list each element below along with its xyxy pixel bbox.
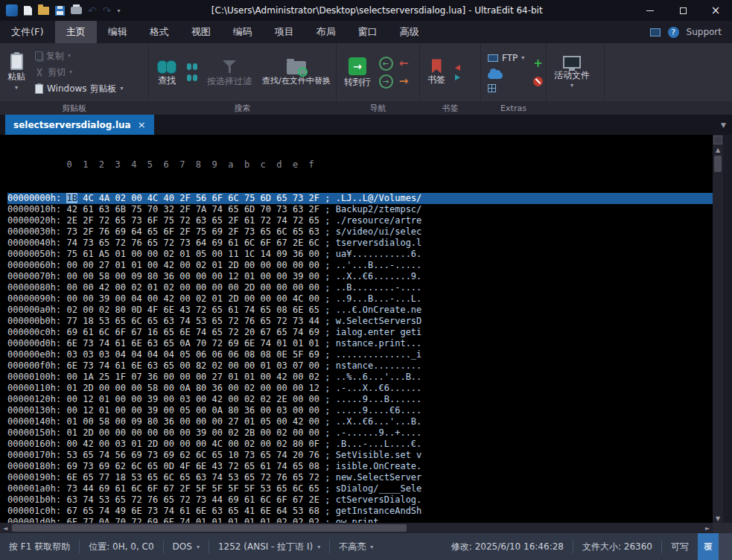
horizontal-scrollbar[interactable]: ◄ ► bbox=[0, 523, 732, 533]
hex-area[interactable]: 0 1 2 3 4 5 6 7 8 9 a b c d e f 00000000… bbox=[0, 135, 713, 523]
layout-icon[interactable] bbox=[650, 28, 661, 36]
sync-button[interactable] bbox=[485, 68, 527, 80]
horizontal-scroll-thumb[interactable] bbox=[12, 524, 407, 532]
menu-tab-9[interactable]: 高级 bbox=[389, 21, 430, 43]
hex-row[interactable]: 00000070h: 00 00 58 00 09 80 36 00 00 00… bbox=[7, 271, 713, 282]
hex-row[interactable]: 00000040h: 74 73 65 72 76 65 72 73 64 69… bbox=[7, 238, 713, 249]
horizontal-scroll-track[interactable] bbox=[10, 523, 702, 533]
hex-row[interactable]: 00000190h: 6E 65 77 18 53 65 6C 65 63 74… bbox=[7, 472, 713, 483]
nav-next-icon[interactable]: → bbox=[399, 76, 409, 87]
status-encoding[interactable]: 1252 (ANSI - 拉丁语 I)▾ bbox=[209, 541, 329, 553]
hex-row[interactable]: 00000010h: 42 61 63 6B 75 70 32 2F 7A 74… bbox=[7, 204, 713, 215]
print-icon[interactable] bbox=[71, 7, 82, 14]
hex-row[interactable]: 00000080h: 00 00 42 00 02 01 02 00 00 00… bbox=[7, 282, 713, 293]
hex-row[interactable]: 00000180h: 69 73 69 62 6C 65 0D 4F 6E 43… bbox=[7, 461, 713, 472]
find-prev-button[interactable] bbox=[184, 74, 200, 83]
status-position[interactable]: 位置: 0H, 0, C0 bbox=[80, 541, 162, 553]
find-button[interactable]: 查找 bbox=[153, 45, 181, 99]
menu-tab-6[interactable]: 项目 bbox=[264, 21, 305, 43]
vertical-scroll-thumb[interactable] bbox=[714, 156, 722, 172]
hex-row[interactable]: 00000130h: 00 12 01 00 00 39 00 05 00 0A… bbox=[7, 405, 713, 416]
vertical-scroll-track[interactable] bbox=[713, 154, 723, 514]
menu-tab-2[interactable]: 编辑 bbox=[97, 21, 139, 43]
hex-row[interactable]: 000000a0h: 02 00 02 80 0D 4F 6E 43 72 65… bbox=[7, 305, 713, 316]
hex-row[interactable]: 000001b0h: 63 74 53 65 72 76 65 72 73 44… bbox=[7, 494, 713, 506]
cut-button[interactable]: 剪切 ▾ bbox=[32, 66, 126, 80]
menu-bar: 文件(F)主页编辑格式视图编码项目布局窗口高级 ? Support bbox=[0, 21, 732, 43]
hex-row[interactable]: 00000090h: 00 00 39 00 04 00 42 00 02 01… bbox=[7, 293, 713, 305]
hex-row[interactable]: 000000f0h: 6E 73 74 61 6E 63 65 00 82 02… bbox=[7, 360, 713, 372]
hex-row[interactable]: 00000030h: 73 2F 76 69 64 65 6F 2F 75 69… bbox=[7, 226, 713, 238]
menu-tab-8[interactable]: 窗口 bbox=[347, 21, 389, 43]
ftp-button[interactable]: FTP ▾ bbox=[485, 52, 527, 64]
hex-row[interactable]: 00000100h: 00 1A 25 1F 07 36 00 00 00 27… bbox=[7, 372, 713, 383]
active-files-button[interactable]: 活动文件 ▾ bbox=[550, 45, 593, 99]
new-file-icon[interactable] bbox=[24, 6, 32, 16]
hex-row[interactable]: 000000d0h: 6E 73 74 61 6E 63 65 0A 70 72… bbox=[7, 338, 713, 349]
hex-row[interactable]: 00000140h: 01 00 58 00 09 80 36 00 00 00… bbox=[7, 416, 713, 427]
redo-icon[interactable]: ↷ bbox=[103, 5, 112, 16]
column-mode-button[interactable] bbox=[485, 83, 527, 93]
status-overwrite-mode[interactable]: 覆 bbox=[698, 533, 719, 560]
save-icon[interactable] bbox=[55, 6, 65, 16]
find-next-button[interactable] bbox=[184, 63, 200, 71]
hex-row[interactable]: 00000000h: 1B 4C 4A 02 00 4C 40 2F 56 6F… bbox=[7, 193, 713, 204]
menu-tab-1[interactable]: 主页 bbox=[55, 21, 97, 43]
open-file-icon[interactable] bbox=[38, 7, 49, 15]
file-tab-selectserversdialog[interactable]: selectserversdialog.lua × bbox=[5, 115, 154, 135]
nav-prev-icon[interactable]: ← bbox=[399, 58, 409, 69]
menu-tab-3[interactable]: 格式 bbox=[139, 21, 180, 43]
hex-row[interactable]: 000000e0h: 03 03 03 04 04 04 04 05 06 06… bbox=[7, 349, 713, 360]
hex-row[interactable]: 00000020h: 2E 2F 72 65 73 6F 75 72 63 65… bbox=[7, 215, 713, 226]
hex-row[interactable]: 00000060h: 00 00 27 01 01 00 42 00 02 01… bbox=[7, 260, 713, 271]
menu-tab-5[interactable]: 编码 bbox=[222, 21, 264, 43]
find-replace-in-files-button[interactable]: 查找/在文件中替换 bbox=[258, 45, 334, 99]
tab-list-dropdown-icon[interactable]: ▼ bbox=[721, 115, 732, 135]
scroll-down-icon[interactable]: ▼ bbox=[716, 514, 720, 523]
next-bookmark-button[interactable] bbox=[452, 74, 463, 81]
nav-back-icon[interactable]: ← bbox=[379, 57, 393, 71]
copy-button[interactable]: 复制 ▾ bbox=[32, 49, 126, 63]
hex-row[interactable]: 000000c0h: 69 61 6C 6F 67 16 65 6E 74 65… bbox=[7, 327, 713, 338]
scroll-up-icon[interactable]: ▲ bbox=[716, 145, 720, 154]
hex-row[interactable]: 00000120h: 00 12 01 00 00 39 00 03 00 42… bbox=[7, 394, 713, 405]
nav-forward-icon[interactable]: → bbox=[379, 74, 393, 89]
hex-row[interactable]: 00000160h: 00 42 00 03 01 2D 00 00 00 4C… bbox=[7, 439, 713, 450]
hex-row[interactable]: 00000050h: 75 61 A5 01 00 00 02 01 05 00… bbox=[7, 249, 713, 260]
prev-bookmark-button[interactable] bbox=[452, 64, 463, 71]
filter-selection-button[interactable]: 按选择过滤 bbox=[203, 45, 255, 99]
split-handle[interactable] bbox=[713, 136, 722, 144]
undo-icon[interactable]: ↶ bbox=[88, 5, 97, 16]
hex-row[interactable]: 00000150h: 01 2D 00 00 00 00 00 00 39 00… bbox=[7, 427, 713, 439]
tab-close-icon[interactable]: × bbox=[138, 119, 146, 130]
bookmark-button[interactable]: 书签 bbox=[424, 45, 449, 99]
menu-tab-0[interactable]: 文件(F) bbox=[0, 21, 55, 43]
hex-row[interactable]: 000001d0h: 6F 77 0A 70 72 69 6E 74 01 01… bbox=[7, 517, 713, 523]
menu-tab-4[interactable]: 视图 bbox=[180, 21, 222, 43]
close-button[interactable]: × bbox=[699, 0, 732, 21]
hex-row[interactable]: 00000110h: 01 2D 00 00 00 58 00 0A 80 36… bbox=[7, 383, 713, 394]
status-writable[interactable]: 可写 bbox=[662, 541, 698, 553]
windows-clipboard-button[interactable]: Windows 剪贴板 ▾ bbox=[32, 82, 126, 96]
scroll-right-icon[interactable]: ► bbox=[702, 525, 713, 532]
status-line-ending[interactable]: DOS▾ bbox=[164, 541, 209, 552]
stop-button[interactable] bbox=[530, 76, 546, 87]
resize-grip[interactable] bbox=[719, 533, 732, 560]
goto-line-button[interactable]: → 转到行 bbox=[340, 45, 375, 99]
hex-row[interactable]: 000000b0h: 77 18 53 65 6C 65 63 74 53 65… bbox=[7, 316, 713, 327]
minimize-button[interactable] bbox=[634, 0, 666, 21]
app-icon[interactable] bbox=[6, 4, 18, 16]
hex-row[interactable]: 00000170h: 53 65 74 56 69 73 69 62 6C 65… bbox=[7, 450, 713, 461]
hex-row[interactable]: 000001c0h: 67 65 74 49 6E 73 74 61 6E 63… bbox=[7, 506, 713, 517]
maximize-button[interactable] bbox=[666, 0, 699, 21]
vertical-scrollbar[interactable]: ▲ ▼ bbox=[713, 135, 723, 523]
scroll-left-icon[interactable]: ◄ bbox=[0, 525, 10, 532]
help-icon[interactable]: ? bbox=[668, 27, 679, 38]
hex-row[interactable]: 000001a0h: 73 44 69 61 6C 6F 67 2F 5F 5F… bbox=[7, 483, 713, 494]
hex-ascii-separator: ; bbox=[325, 271, 335, 281]
support-link[interactable]: Support bbox=[687, 27, 722, 37]
menu-tab-7[interactable]: 布局 bbox=[305, 21, 347, 43]
add-button[interactable]: + bbox=[530, 57, 546, 70]
paste-button[interactable]: 粘贴 ▾ bbox=[4, 45, 29, 99]
status-syntax[interactable]: 不高亮▾ bbox=[330, 541, 382, 553]
